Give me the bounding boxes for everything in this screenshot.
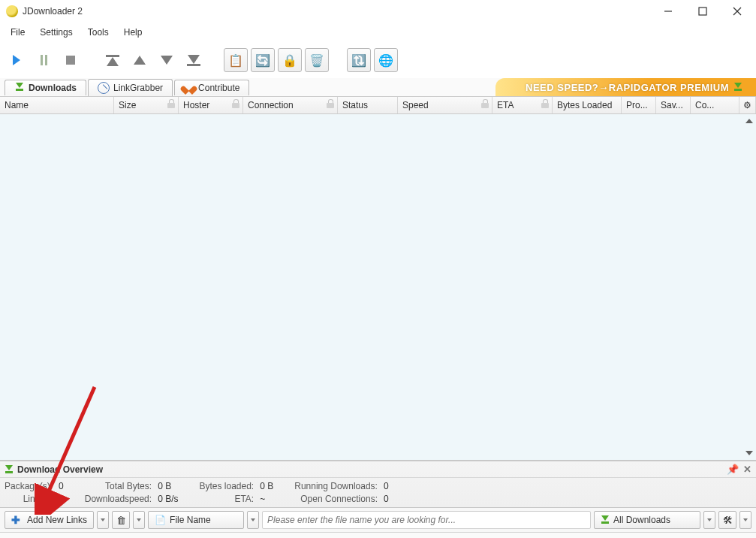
lock-icon <box>481 99 489 108</box>
ov-running-label: Running Downloads: <box>294 481 378 491</box>
menubar: File Settings Tools Help <box>0 23 756 42</box>
col-name[interactable]: Name <box>0 97 114 113</box>
lock-icon: 🔒 <box>282 53 297 68</box>
stop-button[interactable] <box>59 48 83 72</box>
ov-open-value: 0 <box>384 494 389 504</box>
table-header: Name Size Hoster Connection Status Speed… <box>0 96 756 114</box>
maximize-button[interactable] <box>685 0 720 23</box>
app-title: JDownloader 2 <box>23 6 83 17</box>
promo-banner[interactable]: NEED SPEED?→RAPIDGATOR PREMIUM <box>495 78 756 96</box>
detach-icon[interactable]: 📌 <box>727 464 739 475</box>
tabs-row: Downloads LinkGrabber Contribute NEED SP… <box>0 78 756 96</box>
button-label: All Downloads <box>613 515 670 525</box>
ov-loaded-label: Bytes loaded: <box>199 481 254 491</box>
search-input[interactable] <box>262 511 591 529</box>
col-hoster[interactable]: Hoster <box>179 97 243 113</box>
add-links-dropdown[interactable] <box>97 511 109 529</box>
scroll-up-button[interactable] <box>744 116 754 126</box>
lock-icon <box>327 99 334 108</box>
overview-title: Download Overview <box>17 464 103 475</box>
ov-loaded-value: 0 B <box>260 481 273 491</box>
col-speed[interactable]: Speed <box>398 97 492 113</box>
menu-file[interactable]: File <box>3 26 32 39</box>
chevron-down-icon <box>137 518 141 521</box>
settings-dropdown[interactable] <box>739 511 751 529</box>
heart-icon <box>184 83 194 93</box>
ov-running-value: 0 <box>384 481 389 491</box>
remove-button[interactable]: 🗑️ <box>305 48 329 72</box>
button-label: Add New Links <box>27 515 87 525</box>
update-button[interactable]: 🔃 <box>347 48 371 72</box>
bottom-action-bar: ✚Add New Links 🗑 📄File Name All Download… <box>0 507 756 532</box>
stop-icon <box>66 56 75 65</box>
overview-header: Download Overview 📌 ✕ <box>0 461 756 478</box>
chevron-down-icon <box>743 518 748 521</box>
file-icon: 📄 <box>155 515 166 525</box>
move-bottom-button[interactable] <box>182 48 206 72</box>
close-button[interactable] <box>720 0 754 23</box>
play-button[interactable] <box>5 48 29 72</box>
col-status[interactable]: Status <box>338 97 398 113</box>
ov-eta-label: ETA: <box>199 494 254 504</box>
col-bytes[interactable]: Bytes Loaded <box>553 97 622 113</box>
chevron-down-icon <box>707 518 712 521</box>
tab-downloads[interactable]: Downloads <box>5 80 86 95</box>
ov-eta-value: ~ <box>260 494 273 504</box>
move-top-button[interactable] <box>101 48 125 72</box>
scroll-down-button[interactable] <box>744 448 754 458</box>
lock-icon <box>232 99 239 108</box>
tab-label: Downloads <box>29 83 77 93</box>
auto-reconnect-button[interactable]: 🔄 <box>251 48 275 72</box>
pause-button[interactable] <box>32 48 56 72</box>
ov-dlspeed-value: 0 B/s <box>158 494 178 504</box>
titlebar: JDownloader 2 <box>0 0 756 23</box>
clipboard-icon: 📋 <box>228 53 243 68</box>
all-downloads-button[interactable]: All Downloads <box>594 511 700 529</box>
col-eta[interactable]: ETA <box>492 97 553 113</box>
col-size[interactable]: Size <box>114 97 179 113</box>
tab-label: Contribute <box>198 83 239 93</box>
remove-links-dropdown[interactable] <box>133 511 145 529</box>
lock-icon <box>541 99 549 108</box>
download-icon <box>5 465 14 474</box>
overview-body: Package(s):0 Link(s):0 Total Bytes:0 B D… <box>0 478 756 507</box>
tab-contribute[interactable]: Contribute <box>174 80 249 95</box>
arrow-bottom-icon <box>187 55 200 66</box>
menu-tools[interactable]: Tools <box>80 26 116 39</box>
remove-links-button[interactable]: 🗑 <box>112 511 130 529</box>
move-down-button[interactable] <box>155 48 179 72</box>
play-icon <box>13 55 20 65</box>
delete-icon: 🗑️ <box>309 53 324 68</box>
ov-links-label: Link(s): <box>5 494 53 504</box>
minimize-button[interactable] <box>651 0 685 23</box>
download-icon <box>733 83 742 92</box>
col-connection[interactable]: Connection <box>243 97 338 113</box>
col-saveto[interactable]: Sav... <box>656 97 691 113</box>
svg-rect-1 <box>699 8 706 15</box>
downloads-table-body <box>0 114 756 461</box>
lock-icon <box>167 99 175 108</box>
search-filter-dropdown[interactable] <box>247 511 259 529</box>
reconnect-now-button[interactable]: 🌐 <box>374 48 398 72</box>
settings-button[interactable]: 🛠 <box>718 511 736 529</box>
col-progress[interactable]: Pro... <box>622 97 656 113</box>
menu-settings[interactable]: Settings <box>32 26 80 39</box>
promo-text: NEED SPEED?→RAPIDGATOR PREMIUM <box>526 82 729 93</box>
menu-help[interactable]: Help <box>116 26 150 39</box>
col-comment[interactable]: Co... <box>691 97 739 113</box>
refresh-icon: 🔃 <box>351 53 366 68</box>
chevron-down-icon <box>101 518 105 521</box>
column-settings-button[interactable]: ⚙ <box>739 97 756 113</box>
link-icon <box>98 82 110 94</box>
close-overview-button[interactable]: ✕ <box>743 464 751 475</box>
search-filter-button[interactable]: 📄File Name <box>148 511 244 529</box>
ov-packages-value: 0 <box>59 481 64 491</box>
tab-linkgrabber[interactable]: LinkGrabber <box>88 79 173 96</box>
move-up-button[interactable] <box>128 48 152 72</box>
all-downloads-dropdown[interactable] <box>703 511 715 529</box>
premium-button[interactable]: 🔒 <box>278 48 302 72</box>
clipboard-button[interactable]: 📋 <box>224 48 248 72</box>
add-new-links-button[interactable]: ✚Add New Links <box>5 511 94 529</box>
filter-label: File Name <box>170 515 211 525</box>
ov-links-value: 0 <box>59 494 64 504</box>
